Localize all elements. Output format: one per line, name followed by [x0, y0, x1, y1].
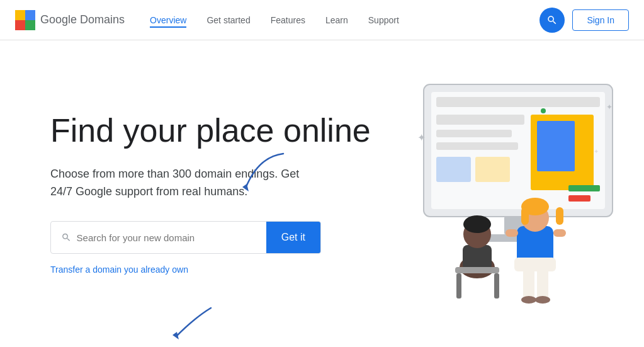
- svg-rect-14: [568, 185, 600, 191]
- left-content: Find your place online Choose from more …: [50, 112, 378, 275]
- svg-rect-8: [436, 97, 600, 107]
- svg-rect-28: [523, 267, 534, 299]
- svg-rect-25: [455, 267, 499, 273]
- svg-text:✦: ✦: [594, 148, 599, 155]
- svg-rect-22: [463, 245, 492, 270]
- domain-search-input[interactable]: [77, 232, 256, 243]
- svg-rect-29: [537, 267, 548, 299]
- main-nav: Overview Get started Features Learn Supp…: [150, 13, 539, 28]
- svg-point-31: [535, 296, 550, 304]
- search-input-area: [51, 222, 266, 253]
- svg-marker-2: [25, 20, 35, 30]
- svg-point-24: [463, 215, 491, 233]
- get-it-button[interactable]: Get it: [266, 222, 320, 253]
- nav-item-features[interactable]: Features: [271, 13, 305, 28]
- arrow-to-transfer: [164, 305, 220, 343]
- logo-area: Google Domains: [15, 10, 125, 30]
- svg-point-30: [521, 296, 536, 304]
- svg-rect-26: [456, 273, 461, 299]
- page-headline: Find your place online: [50, 112, 378, 150]
- header-actions: Sign In: [539, 8, 629, 33]
- google-domains-logo-icon: [15, 10, 35, 30]
- svg-rect-38: [521, 207, 529, 225]
- svg-rect-17: [436, 157, 471, 182]
- svg-text:✦: ✦: [606, 103, 613, 111]
- nav-item-learn[interactable]: Learn: [325, 13, 348, 28]
- svg-marker-3: [15, 20, 25, 30]
- svg-rect-34: [506, 229, 518, 237]
- svg-rect-15: [568, 195, 590, 202]
- svg-marker-1: [25, 10, 35, 20]
- header-search-button[interactable]: [539, 8, 565, 33]
- domain-search-box: Get it: [50, 221, 321, 254]
- svg-marker-5: [172, 332, 179, 339]
- arrow-to-search: [233, 151, 290, 195]
- main-content: Find your place online Choose from more …: [0, 40, 644, 347]
- svg-rect-18: [475, 157, 510, 182]
- svg-rect-13: [436, 142, 518, 150]
- sign-in-button[interactable]: Sign In: [572, 9, 629, 31]
- svg-text:✦: ✦: [417, 132, 426, 143]
- svg-rect-33: [514, 258, 556, 271]
- svg-rect-27: [494, 273, 499, 299]
- svg-rect-12: [436, 130, 512, 137]
- svg-rect-10: [537, 121, 575, 171]
- transfer-domain-link[interactable]: Transfer a domain you already own: [50, 265, 188, 275]
- search-icon: [546, 14, 558, 26]
- search-input-icon: [61, 232, 72, 243]
- hero-illustration: ✦ ✦ ✦: [361, 59, 625, 324]
- nav-item-get-started[interactable]: Get started: [206, 13, 250, 28]
- svg-point-16: [541, 108, 546, 113]
- logo-text: Google Domains: [40, 13, 125, 26]
- nav-item-overview[interactable]: Overview: [150, 13, 186, 28]
- header: Google Domains Overview Get started Feat…: [0, 0, 644, 40]
- svg-rect-39: [556, 207, 563, 225]
- nav-item-support[interactable]: Support: [368, 13, 399, 28]
- svg-rect-11: [436, 115, 524, 125]
- svg-rect-35: [553, 229, 566, 237]
